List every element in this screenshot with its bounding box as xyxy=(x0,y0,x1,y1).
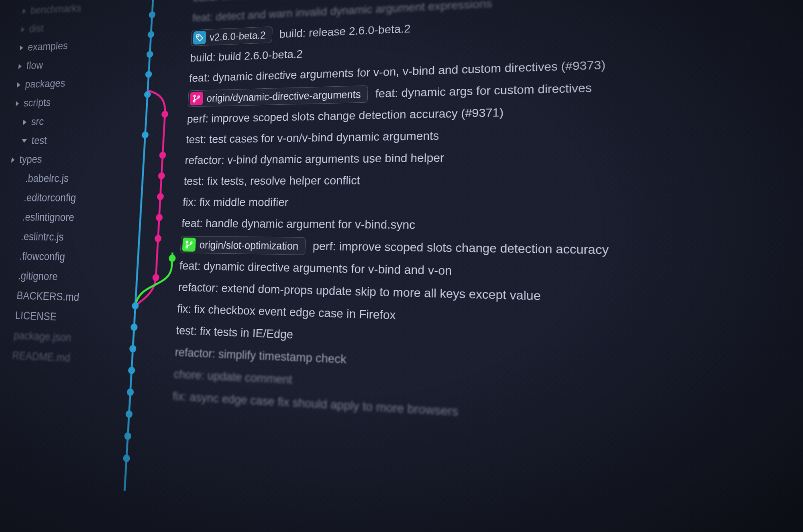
disclosure-triangle-icon[interactable] xyxy=(22,139,27,143)
disclosure-triangle-icon[interactable] xyxy=(16,101,19,106)
commit-message: fix: fix checkbox event edge case in Fir… xyxy=(177,302,396,322)
file-tree-label: .babelrc.js xyxy=(24,169,69,189)
disclosure-triangle-icon[interactable] xyxy=(21,27,25,32)
file-tree-label: .eslintignore xyxy=(22,208,75,228)
file-tree-label: flow xyxy=(26,56,44,75)
commit-message: test: test cases for v-on/v-bind dynamic… xyxy=(186,129,439,146)
file-tree-label: package.json xyxy=(13,326,71,348)
commit-message: refactor: simplify timestamp check xyxy=(175,345,346,366)
commit-message: feat: dynamic directive arguments for v-… xyxy=(179,259,452,278)
svg-point-29 xyxy=(186,246,188,248)
branch-badge[interactable]: origin/slot-optimization xyxy=(180,236,306,255)
svg-point-6 xyxy=(144,91,151,98)
svg-point-23 xyxy=(169,255,176,262)
file-tree-label: BACKERS.md xyxy=(16,286,80,308)
svg-point-18 xyxy=(158,172,165,179)
svg-point-28 xyxy=(186,241,188,243)
branch-label: origin/dynamic-directive-arguments xyxy=(206,88,361,104)
file-tree-label: LICENSE xyxy=(14,306,57,327)
branch-badge[interactable]: origin/dynamic-directive-arguments xyxy=(188,86,368,107)
tag-icon xyxy=(193,31,206,45)
commit-message: fix: fix middle modifier xyxy=(182,196,289,209)
file-tree-label: scripts xyxy=(23,93,51,113)
svg-point-24 xyxy=(198,36,199,37)
file-tree-folder[interactable]: packages xyxy=(16,72,123,94)
file-tree-label: .editorconfig xyxy=(23,189,77,208)
file-tree-label: .eslintrc.js xyxy=(20,227,65,247)
tag-badge[interactable]: v2.6.0-beta.2 xyxy=(191,26,273,46)
svg-point-17 xyxy=(159,152,166,159)
file-tree-file[interactable]: .flowconfig xyxy=(4,247,113,268)
file-tree-label: packages xyxy=(24,74,66,94)
file-tree-file[interactable]: README.md xyxy=(0,345,106,370)
file-tree-file[interactable]: .eslintignore xyxy=(6,208,115,228)
disclosure-triangle-icon[interactable] xyxy=(20,45,23,51)
disclosure-triangle-icon[interactable] xyxy=(18,64,22,69)
commit-row[interactable]: fix: fix middle modifier xyxy=(182,191,803,216)
file-tree-label: src xyxy=(31,112,45,132)
file-tree-label: README.md xyxy=(12,346,71,369)
svg-point-19 xyxy=(157,193,164,200)
tag-label: v2.6.0-beta.2 xyxy=(210,29,266,43)
svg-point-9 xyxy=(130,323,138,331)
file-tree-label: examples xyxy=(27,37,69,57)
file-tree-folder[interactable]: scripts xyxy=(15,91,122,113)
svg-point-7 xyxy=(142,131,149,139)
svg-point-14 xyxy=(124,432,131,440)
svg-point-25 xyxy=(194,95,195,97)
svg-point-21 xyxy=(155,235,162,242)
commit-message: perf: improve scoped slots change detect… xyxy=(187,106,503,125)
branch-icon xyxy=(190,92,203,105)
file-tree-file[interactable]: .editorconfig xyxy=(8,188,116,208)
svg-point-27 xyxy=(198,96,200,98)
disclosure-triangle-icon[interactable] xyxy=(23,119,27,124)
svg-point-12 xyxy=(126,388,134,396)
file-tree-file[interactable]: .eslintrc.js xyxy=(5,227,114,248)
commit-message: test: fix tests in IE/Edge xyxy=(176,324,293,341)
svg-point-20 xyxy=(156,214,163,221)
commit-message: build: release 2.6.0-beta.2 xyxy=(279,22,411,41)
svg-point-3 xyxy=(147,31,154,38)
file-tree-folder[interactable]: src xyxy=(14,110,121,132)
disclosure-triangle-icon[interactable] xyxy=(17,82,20,88)
disclosure-triangle-icon[interactable] xyxy=(22,8,26,14)
commit-message: feat: dynamic args for custom directives xyxy=(375,81,592,100)
svg-point-13 xyxy=(125,410,132,418)
commit-message: refactor: v-bind dynamic arguments use b… xyxy=(185,151,444,167)
svg-point-15 xyxy=(123,454,130,462)
svg-point-26 xyxy=(194,100,195,102)
file-tree-folder[interactable]: types xyxy=(11,149,119,170)
file-tree-file[interactable]: BACKERS.md xyxy=(0,285,110,308)
commit-message: test: fix tests, resolve helper conflict xyxy=(183,174,360,188)
file-tree-label: benchmarks xyxy=(30,0,82,20)
svg-point-4 xyxy=(146,51,153,58)
svg-point-30 xyxy=(190,242,192,243)
file-tree-folder[interactable]: test xyxy=(12,130,120,151)
svg-point-11 xyxy=(128,367,135,375)
file-tree-label: .flowconfig xyxy=(19,247,66,267)
file-tree-label: .gitignore xyxy=(17,266,58,287)
disclosure-triangle-icon[interactable] xyxy=(11,157,15,163)
commit-message: perf: improve scoped slots change detect… xyxy=(312,239,609,257)
file-tree-label: types xyxy=(19,150,43,169)
svg-point-5 xyxy=(145,71,152,78)
file-tree-label: dist xyxy=(29,19,44,38)
svg-point-22 xyxy=(152,274,159,281)
file-tree-label: test xyxy=(31,131,47,151)
branch-icon xyxy=(182,238,196,252)
commit-list: build: build 2.6.0-beta.3build: fix feat… xyxy=(163,0,803,532)
commit-message: chore: update comment xyxy=(173,367,292,387)
file-tree-file[interactable]: .gitignore xyxy=(2,266,111,289)
commit-message: build: build 2.6.0-beta.2 xyxy=(190,48,303,65)
svg-point-16 xyxy=(161,111,169,118)
svg-point-2 xyxy=(149,11,155,18)
file-tree-file[interactable]: .babelrc.js xyxy=(9,169,117,189)
commit-message: feat: handle dynamic argument for v-bind… xyxy=(181,217,416,232)
svg-point-10 xyxy=(129,345,137,353)
branch-label: origin/slot-optimization xyxy=(199,239,299,252)
